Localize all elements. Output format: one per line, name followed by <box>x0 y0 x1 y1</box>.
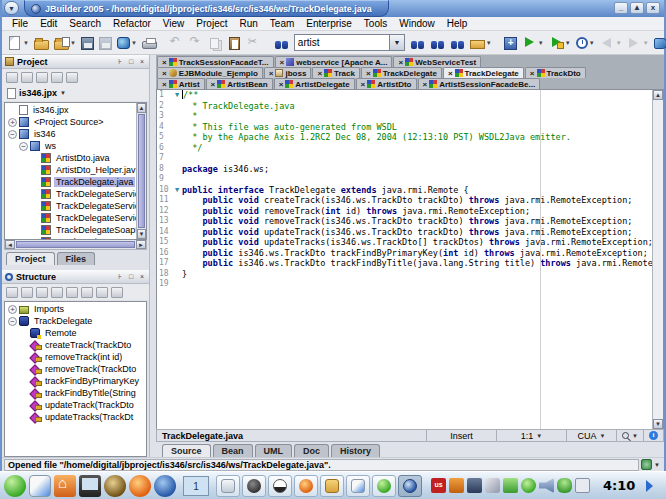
tree-item[interactable]: ArtistDto.java <box>5 152 136 164</box>
refresh-project-button[interactable] <box>51 72 63 83</box>
firefox-window-button[interactable] <box>294 475 318 497</box>
show-fields-button[interactable] <box>36 287 48 298</box>
editor-tab[interactable]: ×ArtistDto <box>356 78 417 89</box>
editor-tab[interactable]: ×TrackDelegate <box>361 67 442 78</box>
close-tab-icon[interactable]: × <box>366 69 371 78</box>
tree-item[interactable]: trackFindByTitle(String <box>5 387 146 399</box>
tab-files[interactable]: Files <box>57 252 96 265</box>
mixer-tray-icon[interactable] <box>449 478 464 493</box>
menu-run[interactable]: Run <box>233 18 263 29</box>
coin-app-icon[interactable] <box>104 475 126 497</box>
checks-button[interactable] <box>96 287 108 298</box>
tree-item[interactable]: TrackDto.java <box>5 236 136 239</box>
menu-file[interactable]: File <box>6 18 34 29</box>
editor-tab[interactable]: ×WebServiceTest <box>393 56 481 67</box>
close-tab-icon[interactable]: × <box>317 69 322 78</box>
editor-tab[interactable]: ×ArtistBean <box>206 78 273 89</box>
tree-item[interactable]: −is346 <box>5 128 136 140</box>
chevron-down-icon[interactable]: ▼ <box>654 462 660 468</box>
expand-minus-icon[interactable]: − <box>8 130 17 139</box>
jbuilder-window-button[interactable] <box>398 475 422 497</box>
status-caret-position[interactable]: 1:1 ▼ <box>497 429 567 442</box>
open-file-button[interactable]: ▼ <box>52 33 78 53</box>
make-project-button[interactable] <box>502 33 519 53</box>
scroll-up-icon[interactable]: ▲ <box>653 90 663 100</box>
files-window-button[interactable] <box>320 475 344 497</box>
project-properties-button[interactable] <box>66 72 78 83</box>
menu-tools[interactable]: Tools <box>358 18 393 29</box>
close-tab-icon[interactable]: × <box>162 80 167 89</box>
tree-item[interactable]: −ws <box>5 140 136 152</box>
search-input[interactable] <box>294 34 390 51</box>
tree-item[interactable]: −TrackDelegate <box>5 315 146 327</box>
project-tree-hscrollbar[interactable]: ◄ ► <box>4 240 147 250</box>
tab-history[interactable]: History <box>331 444 380 457</box>
menu-team[interactable]: Team <box>264 18 300 29</box>
editor-tab[interactable]: ×ArtistDelegate <box>274 78 355 89</box>
search-dropdown-button[interactable]: ▼ <box>390 34 405 51</box>
tree-item[interactable]: +Imports <box>5 303 146 315</box>
project-selector[interactable]: is346.jpx ▼ <box>2 85 149 101</box>
editor-tab[interactable]: ×TrackDelegate <box>443 67 524 78</box>
scroll-left-icon[interactable]: ◄ <box>5 240 15 249</box>
search-incremental-button[interactable] <box>428 33 447 53</box>
print-button[interactable] <box>140 33 159 53</box>
close-tab-icon[interactable]: × <box>162 69 167 78</box>
tree-item[interactable]: TrackDelegateServic <box>5 188 136 200</box>
clipboard-tray-icon[interactable] <box>575 478 590 493</box>
chevron-down-icon[interactable]: ▼ <box>70 40 76 46</box>
titlebar[interactable]: ▼ JBuilder 2005 - /home/digital/jbprojec… <box>2 0 664 17</box>
close-tab-icon[interactable]: × <box>361 80 366 89</box>
panel-hide-arrow[interactable] <box>646 480 653 492</box>
tab-bean[interactable]: Bean <box>213 444 253 457</box>
menu-search[interactable]: Search <box>63 18 107 29</box>
tree-item[interactable]: TrackDelegateServic <box>5 200 136 212</box>
help-button[interactable] <box>652 33 666 53</box>
browse-classes-button[interactable]: ▼ <box>468 33 494 53</box>
tree-item[interactable]: updateTrack(TrackDto <box>5 399 146 411</box>
jbuilder-gem-button[interactable]: ▼ <box>115 33 139 53</box>
draw-app-icon[interactable] <box>29 475 51 497</box>
editor-tab[interactable]: ×EJBModule_Ejemplo <box>157 67 263 78</box>
expand-button[interactable] <box>66 287 78 298</box>
desktop-pager[interactable]: 1 <box>183 476 209 496</box>
search-again-button[interactable] <box>408 33 427 53</box>
tree-item[interactable]: Remote <box>5 327 146 339</box>
float-icon[interactable]: □ <box>127 58 135 66</box>
tree-item[interactable]: TrackDelegateServic <box>5 212 136 224</box>
tree-item[interactable]: trackFindByPrimaryKey <box>5 375 146 387</box>
close-tab-icon[interactable]: × <box>162 58 167 67</box>
tab-source[interactable]: Source <box>162 444 211 457</box>
menu-refactor[interactable]: Refactor <box>107 18 157 29</box>
save-all-button[interactable] <box>79 33 96 53</box>
maximize-button[interactable]: ▲ <box>630 2 644 14</box>
tab-project[interactable]: Project <box>6 252 55 265</box>
editor-vscrollbar[interactable]: ▲ ▼ <box>652 90 663 429</box>
tree-item[interactable]: updateTracks(TrackDt <box>5 411 146 423</box>
filter-button[interactable] <box>81 287 93 298</box>
chevron-down-icon[interactable]: ▼ <box>616 40 622 46</box>
mail-window-button[interactable] <box>216 475 240 497</box>
search-in-path-button[interactable] <box>448 33 467 53</box>
volume-icon[interactable] <box>539 478 554 493</box>
terminal-icon[interactable] <box>79 475 101 497</box>
run-project-button[interactable]: ▼ <box>520 33 546 53</box>
open-project-button[interactable] <box>32 33 51 53</box>
pin-icon[interactable]: ⊦ <box>116 273 124 281</box>
code-content[interactable]: 1▼/**2 * TrackDelegate.java3 *4 * This f… <box>157 90 652 429</box>
tree-item[interactable]: removeTrack(int id) <box>5 351 146 363</box>
menu-window[interactable]: Window <box>393 18 441 29</box>
close-tab-icon[interactable]: × <box>530 69 535 78</box>
show-inherited-button[interactable] <box>21 287 33 298</box>
download-tray-icon[interactable] <box>467 478 482 493</box>
tree-item[interactable]: removeTrack(TrackDto <box>5 363 146 375</box>
penguin-window-button[interactable] <box>268 475 292 497</box>
editor-tab[interactable]: ×TrackDto <box>525 67 586 78</box>
close-tab-icon[interactable]: × <box>211 80 216 89</box>
close-icon[interactable]: × <box>138 58 146 66</box>
close-tab-icon[interactable]: × <box>269 69 274 78</box>
menu-help[interactable]: Help <box>441 18 474 29</box>
firefox-icon[interactable] <box>129 475 151 497</box>
optimizeit-button[interactable]: ▼ <box>574 33 597 53</box>
zoom-control[interactable]: ▼ <box>617 429 644 442</box>
